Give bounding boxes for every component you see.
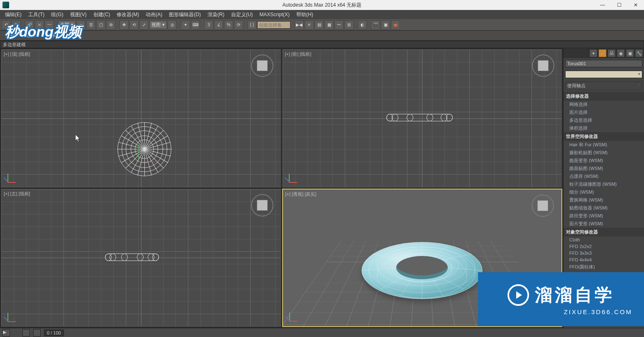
menu-graph-editors[interactable]: 图形编辑器(D) xyxy=(166,10,204,19)
keyboard-shortcut-button[interactable]: ⌨ xyxy=(191,20,200,30)
scale-button[interactable]: ⤢ xyxy=(139,20,149,30)
ref-coord-dropdown[interactable]: 视图▾ xyxy=(149,21,167,29)
edit-selection-set-button[interactable]: { } xyxy=(247,20,256,30)
modifier-item[interactable]: 贴图缩放器 (WSM) xyxy=(564,204,644,212)
window-title: Autodesk 3ds Max 2014 x64 无标题 xyxy=(283,2,362,9)
tab-hierarchy[interactable]: 品 xyxy=(607,49,616,57)
torus-wireframe-front[interactable] xyxy=(386,114,453,121)
modifier-item[interactable]: Hair 和 Fur (WSM) xyxy=(564,141,644,149)
status-bar: ▶ 0 / 100 xyxy=(0,328,644,337)
torus-wireframe-top[interactable] xyxy=(117,122,171,176)
minimize-button[interactable]: — xyxy=(594,0,611,10)
layer-manager-button[interactable]: ▤ xyxy=(315,20,324,30)
axis-indicator-top xyxy=(5,172,18,184)
modifier-item[interactable]: 置换网格 (WSM) xyxy=(564,196,644,204)
menu-create[interactable]: 创建(C) xyxy=(90,10,114,19)
menu-maxscript[interactable]: MAXScript(X) xyxy=(256,11,293,18)
graphite-button[interactable]: ▦ xyxy=(324,20,334,30)
modifier-list-dropdown[interactable] xyxy=(565,71,642,78)
tab-utilities[interactable]: 🔧 xyxy=(635,49,643,57)
select-by-name-button[interactable]: ☰ xyxy=(86,20,95,30)
main-toolbar: ↶ ↷ 🔗 ⤫ 〰 全部▾ ▭ ☰ ▢ ⧉ ✥ ⟲ ⤢ 视图▾ ◎ ✦ ⌨ 3 … xyxy=(0,19,644,31)
tab-display[interactable]: ▣ xyxy=(626,49,634,57)
render-button[interactable]: 🫖 xyxy=(391,20,400,30)
snap-toggle-button[interactable]: 3 xyxy=(204,20,213,30)
spinner-snap-button[interactable]: ⟳ xyxy=(234,20,243,30)
modifier-item[interactable]: 路径变形 (WSM) xyxy=(564,212,644,220)
modifier-item[interactable]: 曲面贴图 (WSM) xyxy=(564,165,644,172)
angle-snap-button[interactable]: ∠ xyxy=(214,20,223,30)
menu-tools[interactable]: 工具(T) xyxy=(25,10,48,19)
material-editor-button[interactable]: ◐ xyxy=(358,20,367,30)
menu-edit[interactable]: 编辑(E) xyxy=(2,10,25,19)
manipulate-button[interactable]: ✦ xyxy=(181,20,190,30)
viewcube-persp[interactable] xyxy=(532,194,554,217)
rendered-frame-button[interactable]: ▣ xyxy=(381,20,390,30)
viewport-left-label[interactable]: [+] [左] [线框] xyxy=(4,191,30,197)
percent-snap-button[interactable]: % xyxy=(224,20,233,30)
tab-modify[interactable]: ☄ xyxy=(598,49,607,57)
select-region-button[interactable]: ▢ xyxy=(96,20,105,30)
sb-icon-1[interactable] xyxy=(22,329,30,337)
modifier-section-header: 选择修改器 xyxy=(564,92,644,101)
rotate-button[interactable]: ⟲ xyxy=(129,20,139,30)
move-button[interactable]: ✥ xyxy=(120,20,129,30)
modifier-item[interactable]: 曲面变形 (WSM) xyxy=(564,157,644,165)
schematic-view-button[interactable]: ⊞ xyxy=(344,20,354,30)
modifier-item[interactable]: 点缓存 (WSM) xyxy=(564,172,644,180)
menu-help[interactable]: 帮助(H) xyxy=(293,10,317,19)
tab-motion[interactable]: ◉ xyxy=(617,49,625,57)
modifier-item[interactable]: FFD 3x3x3 xyxy=(564,250,644,256)
torus-shaded[interactable] xyxy=(356,231,488,307)
align-button[interactable]: ≡ xyxy=(305,20,314,30)
sb-icon-2[interactable] xyxy=(33,329,41,337)
window-crossing-button[interactable]: ⧉ xyxy=(106,20,115,30)
selection-set-field[interactable] xyxy=(257,21,290,29)
mirror-button[interactable]: ▶◀ xyxy=(295,20,304,30)
play-circle-icon xyxy=(507,284,529,306)
modifier-item[interactable]: 细分 (WSM) xyxy=(564,188,644,196)
curve-editor-button[interactable]: 〜 xyxy=(334,20,344,30)
modifier-item[interactable]: 体积选择 xyxy=(564,124,644,132)
maximize-button[interactable]: ☐ xyxy=(611,0,627,10)
viewport-left[interactable]: [+] [左] [线框] xyxy=(1,189,281,327)
viewcube-front[interactable] xyxy=(532,54,554,77)
menu-modifiers[interactable]: 修改器(M) xyxy=(113,10,142,19)
viewcube-top[interactable] xyxy=(251,54,273,77)
menu-customize[interactable]: 自定义(U) xyxy=(228,10,256,19)
menu-bar: 编辑(E) 工具(T) 组(G) 视图(V) 创建(C) 修改器(M) 动画(A… xyxy=(0,10,644,19)
mode-label: 多边形建模 xyxy=(0,41,644,48)
axis-indicator-persp xyxy=(287,310,300,323)
modifier-item[interactable]: 摄影机贴图 (WSM) xyxy=(564,149,644,157)
overlay-bottom: 溜溜自学 ZIXUE.3D66.COM xyxy=(478,272,644,326)
viewport-front[interactable]: [+] [前] [线框] xyxy=(282,49,563,188)
render-setup-button[interactable]: 🎬 xyxy=(371,20,380,30)
modifier-item[interactable]: 多边形选择 xyxy=(564,116,644,124)
modifier-item[interactable]: 粒子流碰撞图形 (WSM) xyxy=(564,180,644,188)
timeline-play-button[interactable]: ▶ xyxy=(2,329,10,337)
pivot-button[interactable]: ◎ xyxy=(168,20,177,30)
ribbon-bar: 建模 选择 复制 填充 xyxy=(0,31,644,41)
viewcube-left[interactable] xyxy=(251,194,273,216)
modifier-item[interactable]: Cloth xyxy=(564,236,644,243)
menu-views[interactable]: 视图(V) xyxy=(67,10,90,19)
modifier-item[interactable]: 面片选择 xyxy=(564,108,644,116)
tab-create[interactable]: ✦ xyxy=(589,49,598,57)
modifier-item[interactable]: FFD 2x2x2 xyxy=(564,243,644,250)
viewport-front-label[interactable]: [+] [前] [线框] xyxy=(285,51,312,57)
menu-rendering[interactable]: 渲染(R) xyxy=(204,10,228,19)
modifier-item[interactable]: 网格选择 xyxy=(564,101,644,108)
viewport-top[interactable]: [+] [顶] [线框] xyxy=(1,49,281,188)
modifier-item[interactable]: FFD 4x4x4 xyxy=(564,256,644,263)
torus-wireframe-left[interactable] xyxy=(105,253,159,261)
menu-group[interactable]: 组(G) xyxy=(48,10,66,19)
pivot-dropdown[interactable]: 使用轴点 xyxy=(565,81,642,90)
modifier-section-header: 世界空间修改器 xyxy=(564,132,644,141)
viewport-top-label[interactable]: [+] [顶] [线框] xyxy=(4,51,30,57)
modifier-item[interactable]: FFD(圆柱体) xyxy=(564,263,644,271)
modifier-item[interactable]: 面片变形 (WSM) xyxy=(564,220,644,228)
menu-animation[interactable]: 动画(A) xyxy=(142,10,166,19)
close-button[interactable]: ✕ xyxy=(627,0,644,10)
viewport-persp-label[interactable]: [+] [透视] [真实] xyxy=(285,191,317,197)
object-name-input[interactable] xyxy=(565,60,642,67)
